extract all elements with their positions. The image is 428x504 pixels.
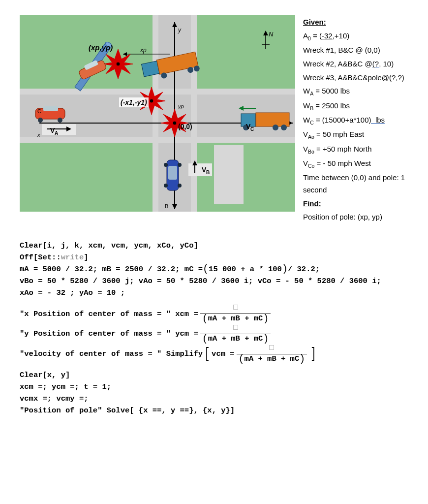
svg-point-29 (173, 121, 177, 125)
svg-point-57 (164, 184, 168, 188)
svg-text:C: C (37, 108, 41, 114)
svg-point-25 (116, 62, 120, 66)
svg-rect-54 (168, 166, 177, 180)
svg-text:B: B (165, 203, 168, 209)
svg-rect-4 (197, 143, 295, 212)
code-line-10: xcm =; ycm =; t = 1; (20, 381, 408, 393)
svg-rect-3 (20, 143, 153, 212)
svg-rect-47 (256, 113, 289, 126)
placeholder-box (233, 325, 238, 330)
code-line-9: Clear[x, y] (20, 369, 408, 381)
svg-text:C: C (250, 126, 254, 132)
svg-text:yp: yp (178, 103, 184, 109)
svg-text:B: B (206, 170, 210, 175)
svg-point-41 (38, 118, 43, 123)
given-wb: WB = 2500 lbs (303, 100, 408, 113)
given-a0: A0 = (-32,+10) (303, 30, 408, 43)
svg-point-27 (150, 99, 153, 103)
find-header: Find: (303, 198, 408, 210)
given-vbo: VBo = +50 mph North (303, 143, 408, 156)
label-origin: (0,0) (178, 123, 192, 130)
given-time: Time between (0,0) and pole: 1 second (303, 172, 408, 196)
svg-text:A: A (55, 130, 58, 136)
given-wc: WC = (15000+a*100) lbs (303, 114, 408, 127)
mathematica-code: Clear[i, j, k, xcm, vcm, ycm, xCo, yCo] … (20, 240, 408, 416)
placeholder-box (269, 345, 274, 350)
given-wa: WA = 5000 lbs (303, 85, 408, 98)
given-vao: VAo = 50 mph East (303, 128, 408, 141)
svg-point-49 (273, 125, 278, 130)
svg-rect-40 (43, 106, 58, 111)
given-w3: Wreck #3, A&B&C&pole@(?,?) (303, 72, 408, 84)
svg-text:x: x (37, 132, 40, 138)
label-x1-y1: (-x1,-y1) (121, 98, 147, 106)
code-line-3: mA = 5000 / 32.2; mB = 2500 / 32.2; mC =… (20, 263, 408, 275)
label-xp-yp: (xp,yp) (89, 43, 113, 52)
code-line-4: vBo = 50 * 5280 / 3600 j; vAo = 50 * 528… (20, 275, 408, 287)
svg-text:y: y (178, 27, 182, 33)
placeholder-box (233, 305, 238, 310)
code-line-11: vcmx =; vcmy =; (20, 393, 408, 405)
code-line-1: Clear[i, j, k, xcm, vcm, ycm, xCo, yCo] (20, 240, 408, 252)
svg-point-50 (281, 125, 287, 130)
given-w1: Wreck #1, B&C @ (0,0) (303, 44, 408, 57)
code-line-5: xAo = - 32 ; yAo = 10 ; (20, 287, 408, 299)
svg-rect-5 (214, 145, 244, 204)
svg-rect-9 (191, 15, 197, 212)
svg-text:N: N (269, 31, 274, 38)
given-vco: VCo = - 50 mph West (303, 158, 408, 170)
given-header: Given: (303, 16, 408, 29)
intersection-diagram: N xp y yp (20, 15, 295, 212)
given-panel: Given: A0 = (-32,+10) Wreck #1, B&C @ (0… (303, 15, 408, 225)
code-line-12: "Position of pole" Solve[ {x ==, y ==}, … (20, 405, 408, 416)
given-w2: Wreck #2, A&B&C @(?, 10) (303, 58, 408, 70)
find-line: Position of pole: (xp, yp) (303, 211, 408, 223)
svg-point-55 (164, 163, 168, 167)
svg-text:xp: xp (140, 47, 147, 54)
code-line-xcm: "x Position of center of mass = " xcm = … (20, 304, 408, 324)
svg-point-58 (178, 184, 182, 188)
svg-point-42 (58, 118, 62, 123)
code-line-2: Off[Set::write] (20, 252, 408, 263)
svg-point-56 (178, 163, 182, 167)
code-line-ycm: "y Position of center of mass = " ycm = … (20, 324, 408, 344)
svg-rect-8 (153, 15, 158, 212)
code-line-vcm: "velocity of center of mass = " Simplify… (20, 344, 408, 364)
svg-rect-2 (197, 15, 295, 89)
